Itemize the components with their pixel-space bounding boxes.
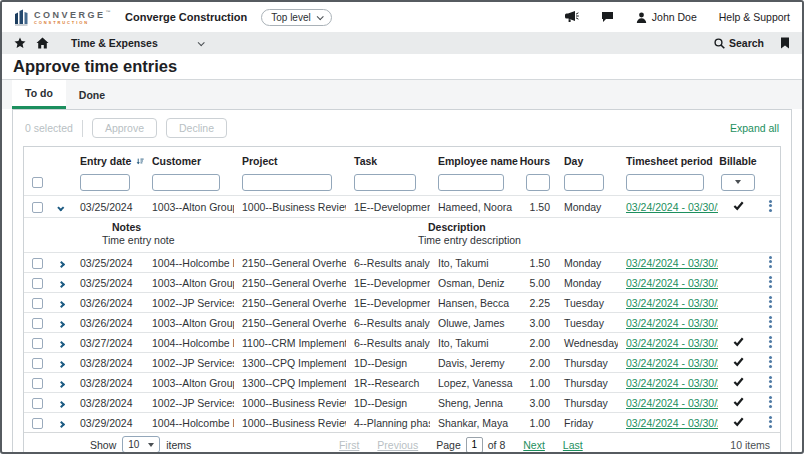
expand-row-button[interactable]: [50, 297, 72, 309]
expand-row-button[interactable]: [50, 317, 72, 329]
row-menu-button[interactable]: [758, 313, 782, 332]
expand-row-button[interactable]: [50, 257, 72, 269]
timesheet-period-link[interactable]: 03/24/2024 - 03/30/2024: [626, 257, 718, 269]
timesheet-period-link[interactable]: 03/24/2024 - 03/30/2024: [626, 317, 718, 329]
home-button[interactable]: [36, 37, 49, 49]
entry-date-cell: 03/28/2024: [72, 397, 144, 409]
project-cell: 2150--General Overhead: [234, 317, 346, 329]
table-row[interactable]: 03/26/2024 1003--Alton Group 2150--Gener…: [24, 312, 780, 332]
previous-page-link[interactable]: Previous: [377, 439, 418, 451]
day-cell: Monday: [556, 257, 618, 269]
favorites-button[interactable]: [14, 37, 26, 49]
chevron-down-icon: [316, 13, 323, 20]
row-menu-button[interactable]: [758, 253, 782, 272]
search-button[interactable]: Search: [714, 37, 764, 49]
day-cell: Tuesday: [556, 297, 618, 309]
page-size-select[interactable]: 10: [122, 436, 160, 453]
expand-row-button[interactable]: [50, 397, 72, 409]
task-cell: 1E--Development: [346, 277, 430, 289]
scope-selector[interactable]: Top level: [261, 9, 331, 26]
expand-row-button[interactable]: [50, 417, 72, 429]
row-menu-button[interactable]: [758, 197, 782, 216]
expand-row-button[interactable]: [50, 377, 72, 389]
next-page-link[interactable]: Next: [523, 439, 545, 451]
filter-customer-input[interactable]: [152, 174, 220, 191]
timesheet-period-link[interactable]: 03/24/2024 - 03/30/2024: [626, 357, 718, 369]
expand-row-button[interactable]: [50, 201, 72, 213]
employee-cell: Sheng, Jenna: [430, 397, 518, 409]
top-header: CONVERGE™ CONSTRUCTION Converge Construc…: [2, 2, 802, 32]
row-checkbox[interactable]: [32, 358, 43, 369]
row-menu-button[interactable]: [758, 393, 782, 412]
filter-day-input[interactable]: [564, 174, 604, 191]
bookmark-button[interactable]: [780, 37, 790, 49]
first-page-link[interactable]: First: [339, 439, 359, 451]
expand-all-link[interactable]: Expand all: [730, 122, 779, 134]
hours-cell: 1.50: [518, 257, 556, 269]
select-all-checkbox[interactable]: [32, 177, 43, 188]
row-menu-button[interactable]: [758, 273, 782, 292]
row-menu-button[interactable]: [758, 353, 782, 372]
table-row[interactable]: 03/28/2024 1003--Alton Group 1300--CPQ I…: [24, 372, 780, 392]
announcements-button[interactable]: [565, 11, 579, 23]
messages-button[interactable]: [601, 11, 614, 23]
home-icon: [36, 37, 49, 49]
row-checkbox[interactable]: [32, 298, 43, 309]
filter-project-input[interactable]: [242, 174, 332, 191]
row-menu-button[interactable]: [758, 413, 782, 432]
row-checkbox[interactable]: [32, 418, 43, 429]
timesheet-period-link[interactable]: 03/24/2024 - 03/30/2024: [626, 417, 718, 429]
user-menu[interactable]: John Doe: [636, 11, 697, 23]
row-checkbox[interactable]: [32, 258, 43, 269]
table-row[interactable]: 03/28/2024 1002--JP Services 1000--Busin…: [24, 392, 780, 412]
table-row[interactable]: 03/29/2024 1004--Holcombe Ltd 1000--Busi…: [24, 412, 780, 432]
table-row[interactable]: 03/25/2024 1004--Holcombe Ltd 2150--Gene…: [24, 252, 780, 272]
pagination-footer: Show 10 items First Previous Page of 8 N…: [24, 432, 780, 454]
row-menu-button[interactable]: [758, 373, 782, 392]
row-checkbox[interactable]: [32, 202, 43, 213]
row-menu-button[interactable]: [758, 333, 782, 352]
timesheet-period-link[interactable]: 03/24/2024 - 03/30/2024: [626, 201, 718, 213]
table-row[interactable]: 03/27/2024 1004--Holcombe Ltd 1100--CRM …: [24, 332, 780, 352]
expand-row-button[interactable]: [50, 357, 72, 369]
page-number-input[interactable]: [466, 437, 483, 453]
approve-button[interactable]: Approve: [92, 118, 157, 138]
project-cell: 1000--Business Review: [234, 397, 346, 409]
row-checkbox[interactable]: [32, 318, 43, 329]
filter-hours-input[interactable]: [526, 174, 550, 191]
row-checkbox[interactable]: [32, 398, 43, 409]
timesheet-period-link[interactable]: 03/24/2024 - 03/30/2024: [626, 397, 718, 409]
notes-value: Time entry note: [102, 234, 418, 246]
employee-cell: Hansen, Becca: [430, 297, 518, 309]
row-checkbox[interactable]: [32, 378, 43, 389]
timesheet-period-link[interactable]: 03/24/2024 - 03/30/2024: [626, 277, 718, 289]
module-menu[interactable]: Time & Expenses: [71, 37, 203, 49]
row-menu-button[interactable]: [758, 293, 782, 312]
table-row[interactable]: 03/26/2024 1002--JP Services 2150--Gener…: [24, 292, 780, 312]
help-support-link[interactable]: Help & Support: [719, 11, 790, 23]
sort-descending-icon[interactable]: [136, 156, 144, 167]
row-checkbox[interactable]: [32, 278, 43, 289]
decline-button[interactable]: Decline: [166, 118, 227, 138]
timesheet-period-link[interactable]: 03/24/2024 - 03/30/2024: [626, 377, 718, 389]
entry-date-cell: 03/26/2024: [72, 297, 144, 309]
last-page-link[interactable]: Last: [563, 439, 583, 451]
task-cell: 1E--Development: [346, 201, 430, 213]
tab-done[interactable]: Done: [66, 80, 118, 109]
filter-billable-select[interactable]: [721, 174, 755, 191]
table-row[interactable]: 03/28/2024 1002--JP Services 1300--CPQ I…: [24, 352, 780, 372]
expand-row-button[interactable]: [50, 337, 72, 349]
filter-entry-date-input[interactable]: [80, 174, 130, 191]
tab-todo[interactable]: To do: [12, 80, 66, 109]
selected-count: 0 selected: [25, 122, 73, 134]
table-row[interactable]: 03/25/2024 1003--Alton Group 1000--Busin…: [24, 195, 780, 217]
expand-row-button[interactable]: [50, 277, 72, 289]
billable-cell: [718, 416, 758, 429]
timesheet-period-link[interactable]: 03/24/2024 - 03/30/2024: [626, 337, 718, 349]
table-row[interactable]: 03/25/2024 1003--Alton Group 2150--Gener…: [24, 272, 780, 292]
filter-employee-input[interactable]: [438, 174, 504, 191]
timesheet-period-link[interactable]: 03/24/2024 - 03/30/2024: [626, 297, 718, 309]
filter-task-input[interactable]: [354, 174, 416, 191]
filter-period-input[interactable]: [626, 174, 704, 191]
row-checkbox[interactable]: [32, 338, 43, 349]
